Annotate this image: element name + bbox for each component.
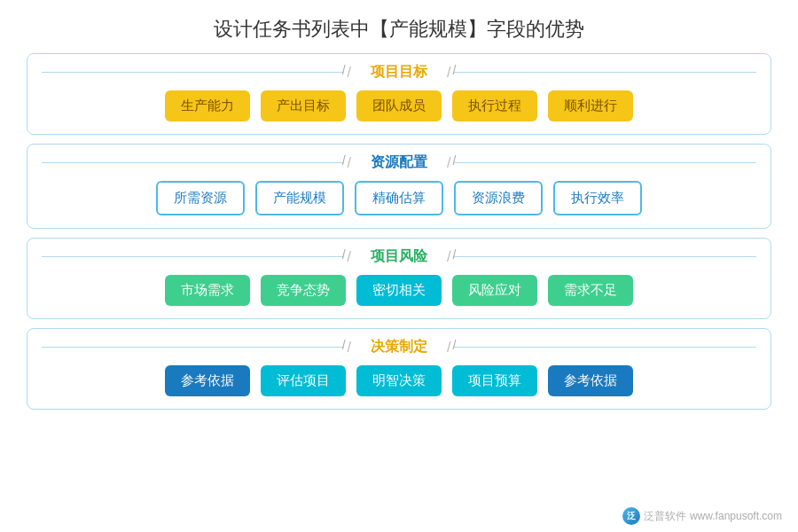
section-4: /决策制定/参考依据评估项目明智决策项目预算参考依据 [27, 328, 771, 410]
section-1-tags: 生产能力产出目标团队成员执行过程顺利进行 [42, 90, 756, 121]
watermark: 泛 泛普软件 www.fanpusoft.com [622, 507, 782, 525]
sections-container: /项目目标/生产能力产出目标团队成员执行过程顺利进行/资源配置/所需资源产能规模… [0, 53, 798, 410]
section-3-line-left [42, 256, 344, 257]
section-2-tags: 所需资源产能规模精确估算资源浪费执行效率 [42, 181, 756, 215]
section-3-tag-0: 市场需求 [165, 275, 250, 306]
section-3-tag-4: 需求不足 [548, 275, 633, 306]
section-3: /项目风险/市场需求竞争态势密切相关风险应对需求不足 [27, 238, 771, 319]
section-1-tag-3: 执行过程 [452, 90, 537, 121]
section-2-line-left [42, 162, 344, 163]
section-1-tag-1: 产出目标 [261, 90, 346, 121]
section-4-tag-2: 明智决策 [356, 365, 442, 396]
section-4-tags: 参考依据评估项目明智决策项目预算参考依据 [42, 365, 756, 396]
watermark-url: www.fanpusoft.com [690, 510, 782, 522]
watermark-text: 泛普软件 [644, 509, 686, 524]
section-3-tags: 市场需求竞争态势密切相关风险应对需求不足 [42, 275, 756, 306]
section-4-line-left [42, 347, 344, 348]
section-3-tag-2: 密切相关 [356, 275, 442, 306]
section-1-title: 项目目标 [355, 63, 443, 82]
section-3-title: 项目风险 [355, 247, 443, 266]
section-1-header: /项目目标/ [42, 63, 756, 82]
section-4-header: /决策制定/ [42, 338, 756, 356]
section-3-tag-3: 风险应对 [452, 275, 537, 306]
section-1-line-left [42, 72, 344, 73]
section-2: /资源配置/所需资源产能规模精确估算资源浪费执行效率 [27, 144, 771, 229]
section-3-line-right [454, 256, 756, 257]
section-2-header: /资源配置/ [42, 153, 756, 172]
section-4-tag-1: 评估项目 [261, 365, 346, 396]
section-1-line-right [454, 72, 756, 73]
section-4-line-right [454, 347, 756, 348]
section-1-tag-0: 生产能力 [165, 90, 250, 121]
section-3-tag-1: 竞争态势 [261, 275, 346, 306]
section-1-tag-4: 顺利进行 [548, 90, 633, 121]
section-2-tag-1: 产能规模 [255, 181, 344, 215]
section-1: /项目目标/生产能力产出目标团队成员执行过程顺利进行 [27, 53, 771, 135]
section-3-header: /项目风险/ [42, 247, 756, 266]
section-2-tag-4: 执行效率 [553, 181, 642, 215]
section-4-tag-4: 参考依据 [548, 365, 633, 396]
watermark-logo: 泛 [622, 507, 640, 525]
section-4-tag-0: 参考依据 [165, 365, 250, 396]
section-4-tag-3: 项目预算 [452, 365, 537, 396]
section-4-title: 决策制定 [355, 338, 443, 356]
page-title: 设计任务书列表中【产能规模】字段的优势 [0, 0, 798, 53]
section-2-title: 资源配置 [355, 153, 443, 172]
section-2-tag-2: 精确估算 [355, 181, 443, 215]
section-1-tag-2: 团队成员 [356, 90, 442, 121]
section-2-tag-3: 资源浪费 [454, 181, 543, 215]
section-2-line-right [454, 162, 756, 163]
section-2-tag-0: 所需资源 [156, 181, 245, 215]
